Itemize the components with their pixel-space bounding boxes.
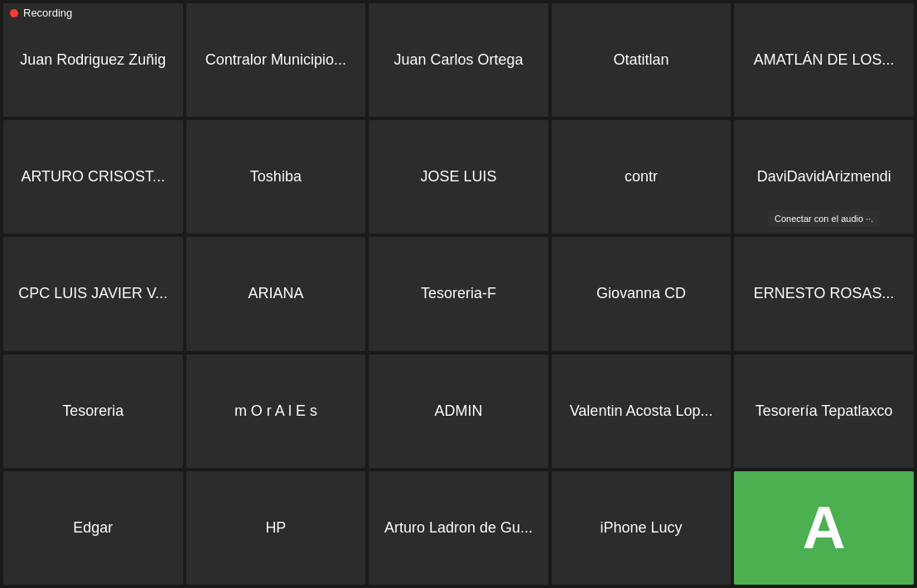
recording-bar: Recording — [0, 0, 82, 26]
cell-19[interactable]: Valentin Acosta Lop... — [552, 354, 731, 468]
cell-10-tooltip: Conectar con el audio ··. — [768, 210, 880, 227]
cell-23-label: Arturo Ladron de Gu... — [378, 513, 539, 543]
cell-15-label: ERNESTO ROSAS... — [747, 278, 901, 309]
cell-20[interactable]: Tesorería Tepatlaxco — [734, 354, 914, 468]
cell-6[interactable]: ARTURO CRISOST... — [3, 120, 183, 234]
cell-10[interactable]: DaviDavidArizmendiConectar con el audio … — [734, 120, 914, 234]
recording-dot — [10, 9, 18, 17]
cell-14[interactable]: Giovanna CD — [552, 237, 731, 350]
cell-12[interactable]: ARIANA — [186, 237, 366, 350]
cell-2-label: Contralor Municipio... — [199, 45, 353, 75]
cell-25[interactable]: A — [734, 471, 914, 585]
cell-10-label: DaviDavidArizmendi — [750, 161, 898, 192]
cell-12-label: ARIANA — [241, 278, 310, 309]
cell-16[interactable]: Tesoreria — [3, 354, 183, 468]
cell-5[interactable]: AMATLÁN DE LOS... — [734, 3, 914, 117]
participants-grid: Juan Rodriguez ZuñigContralor Municipio.… — [0, 0, 917, 588]
cell-24[interactable]: iPhone Lucy — [552, 471, 731, 585]
cell-18[interactable]: ADMIN — [369, 354, 548, 468]
cell-1-label: Juan Rodriguez Zuñig — [13, 45, 172, 75]
cell-9[interactable]: contr — [552, 120, 731, 234]
recording-label: Recording — [23, 7, 72, 19]
cell-20-label: Tesorería Tepatlaxco — [749, 396, 900, 427]
cell-21-label: Edgar — [66, 513, 119, 543]
cell-19-label: Valentin Acosta Lop... — [563, 396, 720, 427]
cell-2[interactable]: Contralor Municipio... — [186, 3, 366, 117]
cell-22[interactable]: HP — [186, 471, 366, 585]
cell-13-label: Tesoreria-F — [414, 278, 503, 309]
cell-21[interactable]: Edgar — [3, 471, 183, 585]
cell-11-label: CPC LUIS JAVIER V... — [12, 278, 174, 309]
cell-3[interactable]: Juan Carlos Ortega — [369, 3, 548, 117]
cell-15[interactable]: ERNESTO ROSAS... — [734, 237, 914, 350]
cell-7[interactable]: Toshiba — [186, 120, 366, 234]
cell-16-label: Tesoreria — [56, 396, 130, 427]
cell-17[interactable]: m O r A l E s — [186, 354, 366, 468]
cell-4[interactable]: Otatitlan — [552, 3, 731, 117]
cell-24-label: iPhone Lucy — [594, 513, 689, 543]
cell-18-label: ADMIN — [427, 396, 489, 427]
cell-3-label: Juan Carlos Ortega — [387, 45, 529, 75]
cell-8[interactable]: JOSE LUIS — [369, 120, 548, 234]
cell-9-label: contr — [618, 161, 664, 192]
cell-14-label: Giovanna CD — [590, 278, 693, 309]
cell-13[interactable]: Tesoreria-F — [369, 237, 548, 350]
cell-5-label: AMATLÁN DE LOS... — [747, 45, 901, 75]
cell-11[interactable]: CPC LUIS JAVIER V... — [3, 237, 183, 350]
cell-17-label: m O r A l E s — [228, 396, 324, 427]
cell-6-label: ARTURO CRISOST... — [14, 161, 171, 192]
cell-25-avatar: A — [734, 471, 914, 585]
cell-23[interactable]: Arturo Ladron de Gu... — [369, 471, 548, 585]
cell-22-label: HP — [258, 513, 292, 543]
cell-4-label: Otatitlan — [607, 45, 676, 75]
cell-8-label: JOSE LUIS — [413, 161, 503, 192]
cell-7-label: Toshiba — [244, 161, 308, 192]
